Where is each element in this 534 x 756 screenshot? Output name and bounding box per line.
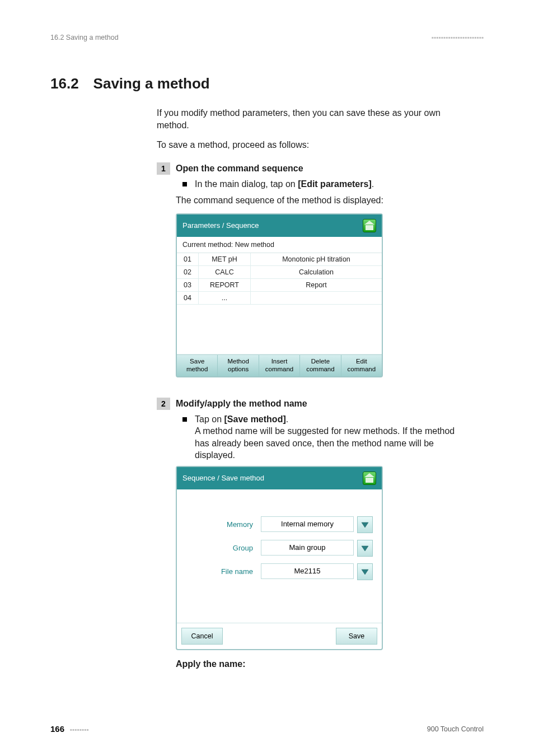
running-header-left: 16.2 Saving a method xyxy=(50,34,119,41)
save-method-title: Sequence / Save method xyxy=(182,474,264,482)
svg-marker-0 xyxy=(362,522,368,528)
section-number: 16.2 xyxy=(50,75,79,92)
filename-dropdown[interactable] xyxy=(357,563,373,580)
chevron-down-icon xyxy=(361,568,369,575)
step-2-number: 2 xyxy=(157,398,170,410)
filename-row: File name Me2115 xyxy=(186,563,373,580)
delete-command-button[interactable]: Delete command xyxy=(300,355,341,376)
step-1-bullet: In the main dialog, tap on [Edit paramet… xyxy=(195,178,374,190)
header-dashes: ▪▪▪▪▪▪▪▪▪▪▪▪▪▪▪▪▪▪▪▪▪▪ xyxy=(431,34,484,41)
running-header: 16.2 Saving a method ▪▪▪▪▪▪▪▪▪▪▪▪▪▪▪▪▪▪▪… xyxy=(50,34,484,41)
sequence-panel: Parameters / Sequence Current method: Ne… xyxy=(176,213,383,377)
sequence-title: Parameters / Sequence xyxy=(182,221,259,230)
step-2-title: Modify/apply the method name xyxy=(176,399,470,409)
group-field[interactable]: Main group xyxy=(261,540,354,556)
save-button[interactable]: Save xyxy=(336,628,377,645)
chevron-down-icon xyxy=(361,521,369,528)
apply-name-heading: Apply the name: xyxy=(176,659,470,669)
sequence-toolbar: Save method Method options Insert comman… xyxy=(177,354,382,376)
sequence-subtitle: Current method: New method xyxy=(177,237,382,253)
group-label: Group xyxy=(186,544,261,552)
section-title: Saving a method xyxy=(93,75,210,92)
step-1: 1 Open the command sequence In the main … xyxy=(157,162,470,386)
svg-marker-2 xyxy=(362,570,368,575)
memory-label: Memory xyxy=(186,520,261,529)
intro-paragraph-2: To save a method, proceed as follows: xyxy=(157,139,470,151)
footer-product: 900 Touch Control xyxy=(427,725,484,733)
footer-left: 166 ▪▪▪▪▪▪▪▪ xyxy=(50,724,89,734)
svg-marker-1 xyxy=(362,546,368,551)
home-icon[interactable] xyxy=(363,472,376,485)
memory-row: Memory Internal memory xyxy=(186,516,373,533)
group-dropdown[interactable] xyxy=(357,540,373,557)
table-row[interactable]: 03 REPORT Report xyxy=(177,278,382,291)
filename-label: File name xyxy=(186,567,261,576)
table-row[interactable]: 04 ... xyxy=(177,291,382,304)
step-1-title: Open the command sequence xyxy=(176,164,470,174)
sequence-titlebar: Parameters / Sequence xyxy=(177,214,382,237)
step-2: 2 Modify/apply the method name Tap on [S… xyxy=(157,398,470,674)
group-row: Group Main group xyxy=(186,540,373,557)
home-icon[interactable] xyxy=(363,219,376,232)
cancel-button[interactable]: Cancel xyxy=(181,628,223,645)
step-1-number: 1 xyxy=(157,162,170,175)
save-method-titlebar: Sequence / Save method xyxy=(177,467,382,489)
method-options-button[interactable]: Method options xyxy=(218,355,259,376)
memory-dropdown[interactable] xyxy=(357,516,373,533)
section-heading: 16.2 Saving a method xyxy=(50,75,484,92)
step-2-bullet: Tap on [Save method]. A method name will… xyxy=(195,413,470,461)
intro-paragraph-1: If you modify method parameters, then yo… xyxy=(157,107,470,131)
chevron-down-icon xyxy=(361,545,369,552)
save-method-panel: Sequence / Save method Memory Internal m… xyxy=(176,466,383,650)
footer-dashes: ▪▪▪▪▪▪▪▪ xyxy=(70,726,89,734)
save-method-button[interactable]: Save method xyxy=(177,355,218,376)
step-1-result: The command sequence of the method is di… xyxy=(176,194,470,207)
sequence-table: 01 MET pH Monotonic pH titration 02 CALC… xyxy=(177,253,382,354)
bullet-icon xyxy=(182,417,187,422)
filename-field[interactable]: Me2115 xyxy=(261,563,354,579)
page-footer: 166 ▪▪▪▪▪▪▪▪ 900 Touch Control xyxy=(50,724,484,734)
table-row[interactable]: 02 CALC Calculation xyxy=(177,265,382,278)
save-method-footer: Cancel Save xyxy=(177,623,382,649)
table-row[interactable]: 01 MET pH Monotonic pH titration xyxy=(177,253,382,266)
page-number: 166 xyxy=(50,724,64,734)
insert-command-button[interactable]: Insert command xyxy=(259,355,300,376)
edit-command-button[interactable]: Edit command xyxy=(341,355,382,376)
bullet-icon xyxy=(182,182,187,186)
memory-field[interactable]: Internal memory xyxy=(261,516,354,532)
